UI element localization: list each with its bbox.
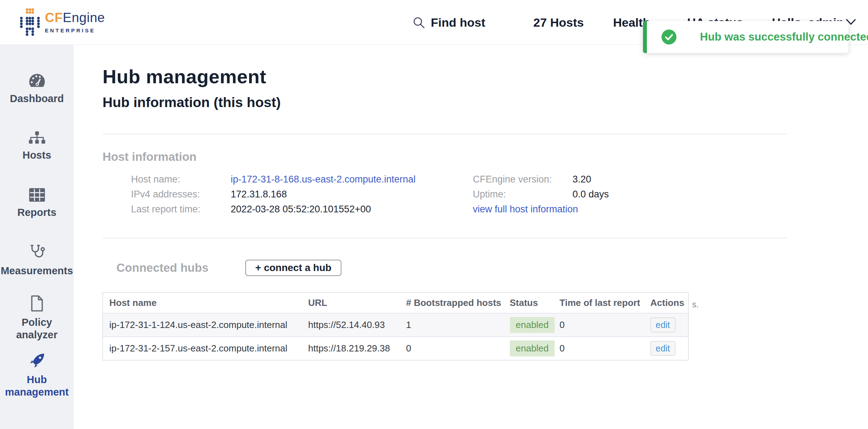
uptime-value: 0.0 days [572, 189, 609, 200]
cfengine-logo[interactable]: CFEngine ENTERPRISE [20, 8, 105, 36]
col-host-name: Host name [103, 293, 308, 313]
last-report-label: Last report time: [131, 204, 200, 215]
table-row: ip-172-31-2-157.us-east-2.compute.intern… [103, 337, 689, 360]
page-title: Hub management [103, 65, 266, 88]
edit-button[interactable]: edit [650, 341, 675, 356]
cfengine-version-value: 3.20 [572, 174, 591, 185]
page-subtitle: Hub information (this host) [103, 95, 281, 110]
status-badge: enabled [510, 340, 555, 356]
cfengine-version-label: CFEngine version: [473, 174, 552, 185]
overflow-text-fragment: s. [692, 300, 699, 309]
cfengine-robot-icon [20, 8, 40, 36]
sidebar-item-policy-analyzer[interactable]: Policy analyzer [0, 289, 74, 346]
col-last-report: Time of last report [560, 293, 650, 313]
cell-url: https://18.219.29.38 [308, 337, 406, 360]
host-name-link[interactable]: ip-172-31-8-168.us-east-2.compute.intern… [231, 174, 415, 185]
sidebar: Dashboard Hosts [0, 45, 74, 429]
col-bootstrapped: # Bootstrapped hosts [406, 293, 510, 313]
cell-host-name: ip-172-31-2-157.us-east-2.compute.intern… [103, 337, 308, 360]
table-header-row: Host name URL # Bootstrapped hosts Statu… [103, 293, 689, 313]
cell-url: https://52.14.40.93 [308, 313, 406, 337]
ipv4-label: IPv4 addresses: [131, 189, 200, 200]
cell-last-report: 0 [560, 313, 650, 337]
col-url: URL [308, 293, 406, 313]
edit-button[interactable]: edit [650, 318, 675, 332]
cell-bootstrapped: 0 [406, 337, 510, 360]
connected-hubs-table: Host name URL # Bootstrapped hosts Statu… [103, 292, 689, 360]
divider [103, 134, 787, 134]
sidebar-item-dashboard[interactable]: Dashboard [0, 60, 74, 117]
last-report-value: 2022-03-28 05:52:20.101552+00 [231, 204, 371, 215]
gauge-icon [28, 73, 46, 88]
connect-a-hub-button[interactable]: + connect a hub [245, 260, 341, 276]
sidebar-item-label: Hosts [21, 149, 53, 161]
find-host-label: Find host [431, 16, 485, 30]
uptime-label: Uptime: [473, 189, 506, 200]
ipv4-value: 172.31.8.168 [231, 189, 287, 200]
sidebar-item-hub-management[interactable]: Hub management [0, 346, 74, 404]
col-status: Status [510, 293, 560, 313]
cell-bootstrapped: 1 [406, 313, 510, 337]
sidebar-item-hosts[interactable]: Hosts [0, 117, 74, 175]
table-icon [28, 188, 46, 202]
sidebar-item-label: Hub management [0, 374, 74, 398]
sidebar-item-label: Reports [16, 206, 58, 218]
host-name-label: Host name: [131, 174, 180, 185]
logo-engine: Engine [63, 10, 105, 25]
stethoscope-icon [28, 244, 46, 260]
sidebar-item-label: Policy analyzer [0, 316, 74, 340]
success-check-icon [662, 30, 676, 44]
divider [103, 238, 787, 238]
nav-hosts-count[interactable]: 27 Hosts [533, 16, 584, 30]
col-actions: Actions [650, 293, 689, 313]
cell-host-name: ip-172-31-1-124.us-east-2.compute.intern… [103, 313, 308, 337]
logo-subtitle: ENTERPRISE [45, 27, 105, 33]
logo-text: CFEngine ENTERPRISE [45, 11, 105, 33]
success-toast[interactable]: Hub was successfully connected [643, 21, 848, 53]
toast-message: Hub was successfully connected [700, 31, 868, 43]
view-full-host-info-link[interactable]: view full host information [473, 204, 578, 215]
sidebar-item-label: Measurements [0, 265, 74, 277]
sidebar-item-label: Dashboard [9, 92, 65, 105]
logo-cf: CF [45, 10, 63, 25]
search-icon [413, 17, 425, 29]
file-icon [30, 295, 45, 312]
connected-hubs-heading: Connected hubs [116, 261, 209, 275]
sidebar-item-reports[interactable]: Reports [0, 175, 74, 232]
cell-last-report: 0 [560, 337, 650, 360]
sitemap-icon [28, 131, 46, 145]
find-host-search[interactable]: Find host [413, 16, 485, 30]
status-badge: enabled [510, 317, 555, 333]
app-root: CFEngine ENTERPRISE Find host 27 Hosts H… [0, 0, 868, 429]
toast-accent-bar [643, 21, 647, 53]
main-content: Hub management Hub information (this hos… [74, 45, 868, 429]
rocket-icon [28, 352, 46, 369]
host-information-heading: Host information [103, 150, 197, 164]
sidebar-item-measurements[interactable]: Measurements [0, 232, 74, 289]
table-row: ip-172-31-1-124.us-east-2.compute.intern… [103, 313, 689, 337]
